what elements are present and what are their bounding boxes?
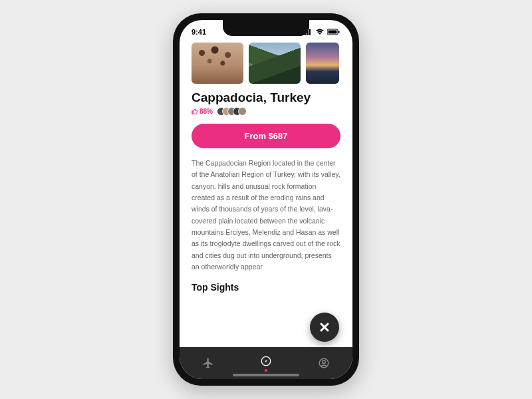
svg-rect-3 bbox=[309, 29, 311, 35]
notch bbox=[223, 20, 309, 36]
photo-gallery[interactable] bbox=[192, 43, 340, 84]
like-percent: 88% bbox=[200, 108, 213, 115]
wifi-icon bbox=[315, 29, 325, 35]
tab-bar bbox=[180, 347, 352, 379]
close-icon bbox=[319, 322, 330, 332]
user-icon bbox=[318, 357, 330, 369]
destination-title: Cappadocia, Turkey bbox=[192, 90, 340, 105]
svg-rect-5 bbox=[329, 31, 337, 34]
avatar-stack[interactable] bbox=[217, 107, 247, 116]
content-scroll[interactable]: Cappadocia, Turkey 88% From $687 Th bbox=[180, 40, 352, 347]
svg-rect-6 bbox=[338, 31, 340, 33]
gallery-thumb-2[interactable] bbox=[249, 43, 301, 84]
active-tab-indicator bbox=[265, 369, 267, 372]
avatar bbox=[238, 107, 247, 116]
battery-icon bbox=[327, 29, 340, 35]
status-indicators bbox=[303, 29, 340, 35]
top-sights-heading: Top Sights bbox=[192, 282, 340, 293]
compass-icon bbox=[260, 355, 272, 367]
gallery-thumb-3[interactable] bbox=[306, 43, 339, 84]
tab-profile[interactable] bbox=[311, 350, 337, 376]
tab-explore[interactable] bbox=[253, 350, 279, 376]
plane-icon bbox=[202, 357, 214, 369]
status-time: 9:41 bbox=[192, 28, 206, 36]
thumbs-up-icon bbox=[192, 108, 198, 115]
phone-frame: 9:41 Cappadocia, Turkey bbox=[173, 13, 359, 386]
home-indicator[interactable] bbox=[233, 374, 299, 376]
screen: 9:41 Cappadocia, Turkey bbox=[180, 20, 352, 379]
destination-meta: 88% bbox=[192, 107, 340, 116]
price-cta-button[interactable]: From $687 bbox=[192, 124, 340, 148]
destination-description: The Cappadocian Region located in the ce… bbox=[192, 158, 340, 273]
close-fab-button[interactable] bbox=[310, 313, 339, 342]
tab-flights[interactable] bbox=[195, 350, 221, 376]
gallery-thumb-1[interactable] bbox=[192, 43, 243, 84]
svg-point-9 bbox=[322, 360, 325, 364]
like-rating: 88% bbox=[192, 108, 213, 115]
